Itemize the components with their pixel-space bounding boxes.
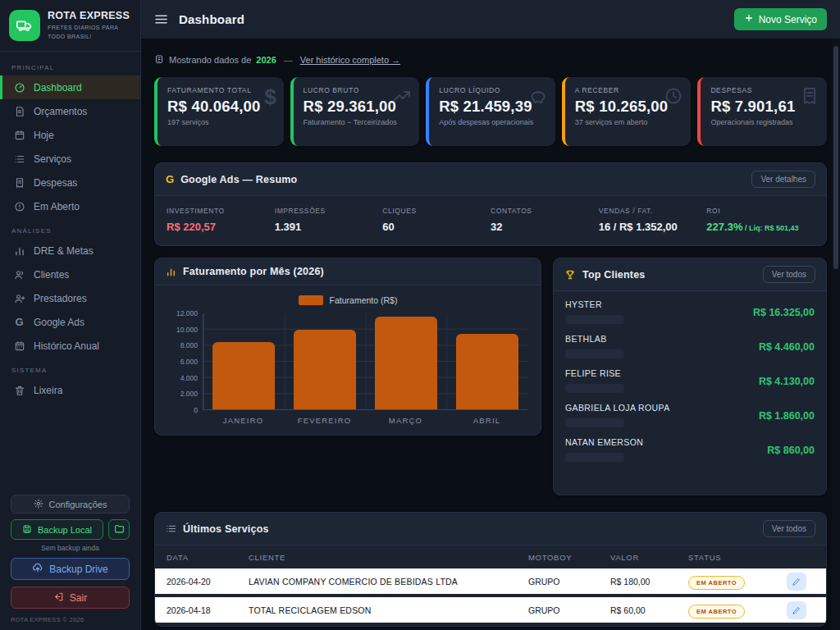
google-g-icon: G bbox=[166, 174, 174, 185]
new-service-label: Novo Serviço bbox=[759, 14, 817, 25]
cell-date: 2026-04-20 bbox=[167, 577, 249, 587]
sidebar-item-servi-os[interactable]: Serviços bbox=[0, 147, 140, 171]
client-name: GABRIELA LOJA ROUPA bbox=[565, 403, 670, 413]
plot bbox=[203, 313, 527, 410]
plot-area: 02.0004.0006.0008.00010.00012.000 bbox=[168, 313, 527, 410]
y-tick-label: 8.000 bbox=[180, 341, 198, 349]
logout-label: Sair bbox=[70, 592, 87, 604]
ads-stat-label: ROI bbox=[706, 207, 815, 215]
new-service-button[interactable]: Novo Serviço bbox=[734, 8, 827, 30]
cell-value: R$ 60,00 bbox=[610, 605, 688, 615]
dashboard-content: Mostrando dados de 2026 — Ver histórico … bbox=[141, 39, 840, 630]
stat-cards-row: FATURAMENTO TOTALR$ 40.064,00197 serviço… bbox=[154, 77, 827, 146]
client-info: HYSTER bbox=[565, 299, 624, 324]
trend-up-icon bbox=[392, 86, 412, 109]
sidebar-item-or-amentos[interactable]: Orçamentos bbox=[0, 99, 140, 123]
sidebar-item-dre-metas[interactable]: DRE & Metas bbox=[0, 239, 140, 262]
settings-button[interactable]: Configurações bbox=[11, 495, 130, 514]
ads-stat-label: CONTATOS bbox=[491, 207, 599, 215]
sidebar-item-hoje[interactable]: Hoje bbox=[0, 123, 140, 147]
table-row: 2026-04-20LAVIAN COMPANY COMERCIO DE BEB… bbox=[155, 568, 826, 594]
menu-icon[interactable] bbox=[154, 12, 168, 26]
save-icon bbox=[22, 524, 32, 536]
google-ads-panel: G Google Ads — Resumo Ver detalhes INVES… bbox=[154, 162, 827, 246]
cell-actions bbox=[778, 573, 815, 591]
legend-label: Faturamento (R$) bbox=[330, 295, 398, 305]
legend-swatch bbox=[299, 295, 323, 305]
stat-card-2: LUCRO BRUTOR$ 29.361,00Faturamento − Ter… bbox=[290, 77, 420, 146]
google-ads-header: G Google Ads — Resumo Ver detalhes bbox=[155, 163, 826, 196]
list-icon bbox=[13, 153, 25, 165]
chart-bar-abril bbox=[456, 334, 518, 409]
logout-icon bbox=[53, 591, 64, 605]
clipboard-icon bbox=[154, 54, 164, 66]
client-name: NATAN EMERSON bbox=[565, 437, 643, 447]
sidebar-item-google-ads[interactable]: GGoogle Ads bbox=[0, 310, 140, 334]
cell-status: EM ABERTO bbox=[688, 602, 778, 619]
column-header-motoboy: MOTOBOY bbox=[528, 553, 610, 562]
revenue-chart-panel: Faturamento por Mês (2026) Faturamento (… bbox=[154, 258, 541, 436]
sidebar-item-despesas[interactable]: Despesas bbox=[0, 171, 140, 194]
info-separator: — bbox=[284, 55, 293, 65]
sidebar-item-dashboard[interactable]: Dashboard bbox=[0, 75, 140, 99]
y-tick-label: 10.000 bbox=[176, 326, 198, 334]
sidebar-item-hist-rico-anual[interactable]: Histórico Anual bbox=[0, 334, 140, 358]
sidebar: ROTA EXPRESS FRETES DIARIOS PARA TODO BR… bbox=[0, 0, 141, 630]
column-header-cliente: CLIENTE bbox=[249, 553, 528, 562]
cloud-upload-icon bbox=[32, 562, 43, 576]
y-tick-label: 0 bbox=[194, 406, 198, 414]
ads-stat-contatos: CONTATOS32 bbox=[491, 207, 599, 233]
ads-stat-impress-es: IMPRESSÕES1.391 bbox=[275, 207, 383, 233]
backup-local-label: Backup Local bbox=[38, 525, 92, 535]
stat-card-sub: Faturamento − Terceirizados bbox=[304, 118, 410, 126]
stat-card-3: LUCRO LÍQUIDOR$ 21.459,39Após despesas o… bbox=[426, 77, 555, 146]
client-sub-badge bbox=[565, 418, 624, 427]
services-view-all-button[interactable]: Ver todos bbox=[763, 520, 815, 537]
history-link[interactable]: Ver histórico completo → bbox=[300, 55, 400, 65]
logout-button[interactable]: Sair bbox=[11, 587, 130, 609]
top-clients-panel: Top Clientes Ver todos HYSTERR$ 16.325,0… bbox=[553, 258, 827, 495]
chart-bar-fevereiro bbox=[294, 330, 356, 409]
g-letter-icon: G bbox=[13, 316, 25, 328]
cell-status: EM ABERTO bbox=[688, 573, 778, 590]
brand-text: ROTA EXPRESS FRETES DIARIOS PARA TODO BR… bbox=[48, 10, 131, 41]
client-row: BETHLABR$ 4.460,00 bbox=[554, 326, 826, 360]
edit-button[interactable] bbox=[787, 573, 806, 591]
clock-icon bbox=[664, 86, 683, 109]
list-icon bbox=[166, 523, 176, 534]
sidebar-item-label: Lixeira bbox=[34, 385, 62, 396]
clients-view-all-button[interactable]: Ver todos bbox=[763, 266, 815, 283]
client-value: R$ 4.460,00 bbox=[759, 341, 815, 353]
client-name: BETHLAB bbox=[565, 334, 624, 344]
plus-icon bbox=[744, 13, 754, 25]
folder-icon bbox=[114, 523, 125, 536]
client-sub-badge bbox=[565, 349, 624, 358]
alert-circle-icon bbox=[13, 200, 25, 212]
ads-details-button[interactable]: Ver detalhes bbox=[751, 171, 815, 188]
sidebar-item-lixeira[interactable]: Lixeira bbox=[0, 378, 140, 402]
ads-stat-roi: ROI227.3% / Liq: R$ 501,43 bbox=[706, 207, 815, 233]
backup-local-button[interactable]: Backup Local bbox=[11, 519, 103, 540]
google-ads-title: Google Ads — Resumo bbox=[180, 174, 297, 185]
client-sub-badge bbox=[565, 384, 624, 393]
backup-drive-button[interactable]: Backup Drive bbox=[11, 558, 130, 580]
ads-stat-value: R$ 220,57 bbox=[167, 221, 275, 233]
stat-card-5: DESPESASR$ 7.901,61Operacionais registra… bbox=[697, 77, 827, 146]
ads-stat-cliques: CLIQUES60 bbox=[382, 207, 491, 233]
cell-date: 2026-04-18 bbox=[167, 605, 249, 615]
sidebar-item-clientes[interactable]: Clientes bbox=[0, 262, 140, 286]
edit-button[interactable] bbox=[787, 601, 806, 619]
topbar: Dashboard Novo Serviço bbox=[141, 0, 840, 39]
piggy-bank-icon bbox=[528, 86, 548, 109]
file-text-icon bbox=[13, 105, 25, 117]
scrollbar-thumb[interactable] bbox=[833, 46, 838, 269]
backup-folder-button[interactable] bbox=[108, 519, 130, 540]
sidebar-item-prestadores[interactable]: Prestadores bbox=[0, 286, 140, 310]
sidebar-item-em-aberto[interactable]: Em Aberto bbox=[0, 194, 140, 218]
nav-group-label: SISTEMA bbox=[0, 358, 140, 378]
stat-card-1: FATURAMENTO TOTALR$ 40.064,00197 serviço… bbox=[154, 77, 284, 146]
page-title: Dashboard bbox=[179, 12, 244, 26]
brand-name: ROTA EXPRESS bbox=[48, 10, 131, 21]
recent-services-panel: Últimos Serviços Ver todos DATACLIENTEMO… bbox=[154, 512, 827, 627]
top-clients-title: Top Clientes bbox=[582, 269, 645, 281]
